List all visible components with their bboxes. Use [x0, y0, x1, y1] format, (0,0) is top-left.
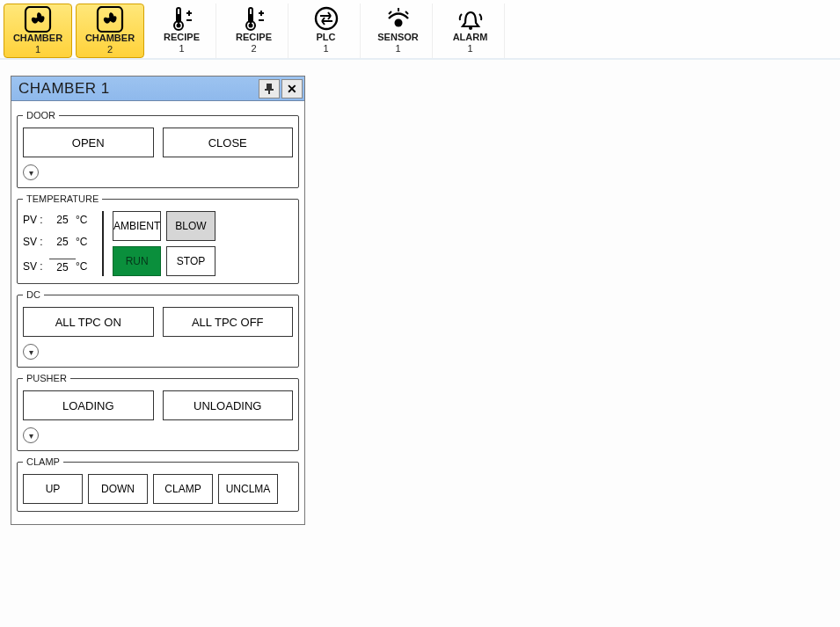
- panel-body: DOOR OPEN CLOSE ▾ TEMPERATURE PV : 25 °C: [11, 101, 304, 524]
- tab-sensor-1[interactable]: SENSOR 1: [364, 4, 433, 58]
- pin-icon: [264, 83, 274, 95]
- svg-point-6: [176, 24, 180, 28]
- run-label: RUN: [126, 255, 149, 267]
- dc-expand-button[interactable]: ▾: [23, 344, 39, 360]
- svg-rect-26: [265, 89, 274, 91]
- sv2-unit: °C: [76, 260, 93, 273]
- tab-plc-1[interactable]: PLC 1: [292, 4, 361, 58]
- clamp-label: CLAMP: [164, 483, 201, 495]
- door-legend: DOOR: [23, 110, 59, 120]
- door-expand-button[interactable]: ▾: [23, 164, 39, 180]
- tab-label: RECIPE: [164, 33, 200, 43]
- tab-sub: 2: [251, 43, 256, 54]
- clamp-down-button[interactable]: DOWN: [88, 474, 148, 504]
- pv-value: 25: [49, 214, 76, 226]
- chevron-down-icon: ▾: [29, 347, 33, 357]
- door-open-button[interactable]: OPEN: [23, 128, 154, 157]
- svg-point-13: [248, 24, 252, 28]
- tab-recipe-1[interactable]: RECIPE 1: [148, 4, 216, 58]
- blow-label: BLOW: [175, 220, 206, 232]
- door-open-label: OPEN: [72, 136, 105, 149]
- svg-rect-24: [267, 84, 272, 90]
- door-close-button[interactable]: CLOSE: [163, 128, 294, 157]
- pusher-expand-button[interactable]: ▾: [23, 427, 39, 443]
- tab-label: PLC: [317, 33, 336, 43]
- tab-label: CHAMBER: [85, 33, 135, 44]
- temperature-legend: TEMPERATURE: [23, 193, 102, 204]
- all-tpc-off-label: ALL TPC OFF: [192, 316, 264, 329]
- tab-sub: 1: [179, 43, 184, 54]
- ambient-label: AMBIENT: [113, 220, 160, 232]
- pin-button[interactable]: [259, 79, 280, 98]
- ambient-button[interactable]: AMBIENT: [113, 211, 161, 241]
- clamp-legend: CLAMP: [23, 456, 63, 467]
- tab-label: SENSOR: [377, 33, 418, 43]
- separator: [102, 211, 104, 276]
- tab-sub: 1: [323, 43, 328, 54]
- tab-label: CHAMBER: [13, 33, 62, 44]
- unclamp-button[interactable]: UNCLMA: [218, 474, 278, 504]
- fan-icon: [95, 6, 125, 33]
- chevron-down-icon: ▾: [29, 168, 33, 178]
- sensor-icon: [383, 5, 413, 32]
- clamp-down-label: DOWN: [101, 483, 135, 495]
- svg-rect-7: [178, 14, 179, 24]
- tab-chamber-1[interactable]: CHAMBER 1: [4, 4, 72, 58]
- stop-label: STOP: [177, 255, 205, 267]
- svg-point-18: [316, 8, 337, 29]
- dc-group: DC ALL TPC ON ALL TPC OFF ▾: [17, 289, 299, 368]
- stop-button[interactable]: STOP: [166, 246, 215, 276]
- panel-titlebar: CHAMBER 1 ✕: [11, 77, 304, 101]
- tab-sub: 1: [395, 43, 400, 54]
- sv1-label: SV :: [23, 236, 49, 248]
- thermometer-icon: [239, 5, 269, 32]
- clamp-up-label: UP: [46, 483, 61, 495]
- pv-unit: °C: [76, 214, 93, 226]
- sv2-label: SV :: [23, 260, 49, 273]
- unloading-label: UNLOADING: [194, 399, 261, 412]
- top-toolbar: CHAMBER 1 CHAMBER 2: [0, 0, 840, 60]
- temperature-readouts: PV : 25 °C SV : 25 °C SV : 25 °C: [23, 211, 93, 276]
- door-group: DOOR OPEN CLOSE ▾: [17, 110, 299, 188]
- svg-line-20: [389, 11, 391, 14]
- sv1-value: 25: [49, 236, 76, 248]
- unclamp-label: UNCLMA: [226, 483, 271, 495]
- svg-rect-14: [250, 14, 252, 24]
- svg-point-23: [469, 26, 472, 30]
- all-tpc-on-label: ALL TPC ON: [55, 316, 121, 329]
- close-icon: ✕: [287, 82, 297, 96]
- chevron-down-icon: ▾: [29, 431, 33, 441]
- alarm-icon: [456, 5, 486, 32]
- pusher-legend: PUSHER: [23, 373, 70, 383]
- blow-button[interactable]: BLOW: [166, 211, 215, 241]
- chamber-panel: CHAMBER 1 ✕ DOOR OPEN CLO: [11, 76, 305, 525]
- tab-recipe-2[interactable]: RECIPE 2: [220, 4, 289, 58]
- run-button[interactable]: RUN: [113, 246, 161, 276]
- loading-label: LOADING: [62, 399, 114, 412]
- loading-button[interactable]: LOADING: [23, 390, 154, 420]
- sv1-unit: °C: [76, 236, 93, 248]
- pv-label: PV :: [23, 214, 49, 226]
- tab-alarm-1[interactable]: ALARM 1: [436, 4, 505, 58]
- clamp-group: CLAMP UP DOWN CLAMP UNCLMA: [17, 456, 299, 512]
- sv2-value[interactable]: 25: [49, 259, 76, 273]
- tab-chamber-2[interactable]: CHAMBER 2: [76, 4, 144, 58]
- svg-line-21: [405, 11, 408, 14]
- close-button[interactable]: ✕: [281, 79, 303, 98]
- all-tpc-on-button[interactable]: ALL TPC ON: [23, 307, 154, 337]
- clamp-up-button[interactable]: UP: [23, 474, 83, 504]
- swap-icon: [311, 5, 341, 32]
- dc-legend: DC: [23, 289, 44, 300]
- thermometer-icon: [167, 5, 197, 32]
- tab-sub: 1: [35, 44, 40, 55]
- pusher-group: PUSHER LOADING UNLOADING ▾: [17, 373, 299, 451]
- all-tpc-off-button[interactable]: ALL TPC OFF: [163, 307, 294, 337]
- unloading-button[interactable]: UNLOADING: [163, 390, 294, 420]
- temperature-group: TEMPERATURE PV : 25 °C SV : 25 °C SV : 2…: [17, 193, 299, 284]
- tab-label: RECIPE: [236, 33, 272, 43]
- panel-title-text: CHAMBER 1: [18, 80, 110, 98]
- tab-label: ALARM: [453, 33, 488, 43]
- svg-point-19: [394, 19, 402, 27]
- clamp-button[interactable]: CLAMP: [153, 474, 213, 504]
- door-close-label: CLOSE: [208, 136, 247, 149]
